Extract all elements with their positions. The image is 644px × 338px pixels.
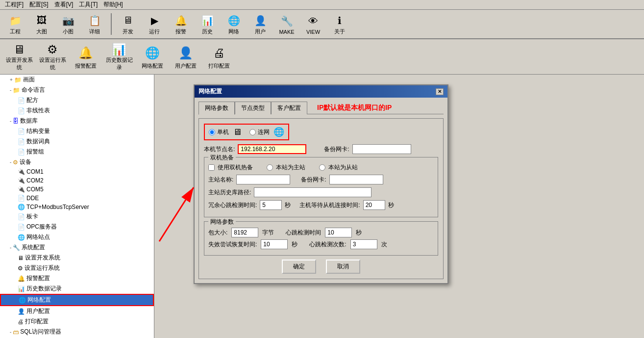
menu-item-config[interactable]: 配置[S] xyxy=(26,0,51,10)
project-icon: 📁 xyxy=(7,13,23,28)
toolbar-develop[interactable]: 🖥 开发 xyxy=(116,11,140,37)
sidebar-item-com2[interactable]: 🔌 COM2 xyxy=(0,176,154,185)
master-history-row: 主站历史库路径: xyxy=(208,187,434,197)
radio-networked[interactable]: 连网 🌐 xyxy=(249,127,284,137)
sidebar-item-sql[interactable]: - 🗃 SQL访问管理器 xyxy=(0,327,154,337)
toolbar2-history-data[interactable]: 📊 历史数据记录 xyxy=(104,41,134,73)
sidebar-item-set-dev-sys[interactable]: 🖥 设置开发系统 xyxy=(0,253,154,263)
radio-slave[interactable] xyxy=(319,164,325,171)
toolbar-detail[interactable]: 📋 详细 xyxy=(82,11,107,37)
folder-icon: 🗄 xyxy=(13,118,19,125)
radio-standalone-input[interactable] xyxy=(209,129,215,135)
menu-item-project[interactable]: 工程[F] xyxy=(2,0,26,10)
sidebar-item-screen[interactable]: + 📁 画面 xyxy=(0,75,154,85)
tab-content-network-params: 单机 🖥 连网 🌐 本机节点名: 备份网卡: xyxy=(198,118,444,279)
toolbar2-network-config[interactable]: 🌐 网络配置 xyxy=(137,41,168,73)
sidebar-item-sys-config[interactable]: - 🔧 系统配置 xyxy=(0,242,154,253)
radio-networked-input[interactable] xyxy=(249,129,256,135)
master-name-row: 主站名称: 备份网卡: xyxy=(208,175,434,184)
toolbar-view[interactable]: 👁 VIEW xyxy=(301,11,325,37)
sidebar-item-data-dict[interactable]: 📄 数据词典 xyxy=(0,136,154,147)
toolbar2-user-config[interactable]: 👤 用户配置 xyxy=(171,41,201,73)
menu-item-view[interactable]: 查看[V] xyxy=(51,0,76,10)
sidebar-item-print-config[interactable]: 🖨 打印配置 xyxy=(0,316,154,327)
dialog-buttons: 确定 取消 xyxy=(204,260,438,274)
sidebar-item-history-log[interactable]: 📊 历史数据记录 xyxy=(0,284,154,294)
print-config-icon: 🖨 xyxy=(210,44,228,62)
dialog-body: 网络参数 节点类型 客户配置 IP默认就是本机网口的IP 单机 🖥 xyxy=(195,98,447,283)
sidebar-item-opc[interactable]: 📄 OPC服务器 xyxy=(0,222,154,232)
sidebar-item-recipe[interactable]: 📄 配方 xyxy=(0,95,154,105)
toolbar2-print-config[interactable]: 🖨 打印配置 xyxy=(204,41,234,73)
redundancy-input[interactable] xyxy=(260,200,282,210)
dialog-close-button[interactable]: ✕ xyxy=(436,88,444,95)
toolbar2-set-run[interactable]: ⚙ 设置运行系统 xyxy=(37,41,68,73)
sidebar-item-user-config[interactable]: 👤 用户配置 xyxy=(0,306,154,316)
sidebar-item-dde[interactable]: 📄 DDE xyxy=(0,194,154,203)
history-icon: 📊 xyxy=(199,13,215,28)
bigview-icon: 🖼 xyxy=(34,13,50,28)
expand-icon: - xyxy=(10,87,11,93)
expand-icon: - xyxy=(10,245,11,250)
sidebar-item-nonlinear[interactable]: 📄 非线性表 xyxy=(0,105,154,116)
master-backup-nic-input[interactable] xyxy=(329,175,383,184)
local-node-input[interactable] xyxy=(238,144,306,154)
expand-icon: - xyxy=(10,159,11,165)
sidebar-item-tcp-modbus[interactable]: 🌐 TCP+ModbusTcpServer xyxy=(0,203,154,211)
toolbar-run[interactable]: ▶ 运行 xyxy=(142,11,167,37)
sidebar-item-com1[interactable]: 🔌 COM1 xyxy=(0,167,154,176)
about-icon: ℹ xyxy=(332,13,347,28)
toolbar-make[interactable]: 🔧 MAKE xyxy=(274,11,299,37)
master-name-label: 主站名称: xyxy=(208,176,233,184)
heartbeat-check-input[interactable] xyxy=(325,228,352,237)
toolbar2-set-dev[interactable]: 🖥 设置开发系统 xyxy=(4,41,34,73)
dual-hot-content: 使用双机热备 本站为主站 本站为从站 主站名称: xyxy=(208,163,434,210)
tab-network-params[interactable]: 网络参数 xyxy=(198,102,235,115)
set-run-icon: ⚙ xyxy=(43,43,62,56)
tab-node-type[interactable]: 节点类型 xyxy=(235,102,271,114)
packet-size-label: 包大小: xyxy=(208,229,227,237)
radio-master[interactable] xyxy=(267,164,273,171)
toolbar2-alarm-config[interactable]: 🔔 报警配置 xyxy=(71,41,101,73)
toolbar-smallview[interactable]: 📷 小图 xyxy=(56,11,80,37)
packet-size-input[interactable] xyxy=(231,228,258,237)
network-config-dialog: 网络配置 ✕ 网络参数 节点类型 客户配置 IP默认就是本机网口的IP xyxy=(194,84,448,284)
sidebar-item-net-config[interactable]: 🌐 网络配置 xyxy=(0,294,154,306)
folder-icon: ⚙ xyxy=(13,159,18,166)
dual-hot-title: 双机热备 xyxy=(208,154,236,162)
toolbar-about[interactable]: ℹ 关于 xyxy=(327,11,352,37)
cancel-button[interactable]: 取消 xyxy=(326,260,360,274)
heartbeat-count-input[interactable] xyxy=(350,239,377,249)
sidebar-item-alarm-config[interactable]: 🔔 报警配置 xyxy=(0,273,154,284)
alarm-config-icon: 🔔 xyxy=(76,44,95,62)
sidebar-item-card[interactable]: 📄 板卡 xyxy=(0,211,154,222)
use-dual-hot-checkbox[interactable] xyxy=(208,164,215,171)
sidebar-item-struct-var[interactable]: 📄 结构变量 xyxy=(0,126,154,136)
toolbar-history[interactable]: 📊 历史 xyxy=(195,11,220,37)
toolbar-project[interactable]: 📁 工程 xyxy=(3,11,27,37)
sidebar-item-devices[interactable]: - ⚙ 设备 xyxy=(0,157,154,167)
toolbar-user[interactable]: 👤 用户 xyxy=(248,11,272,37)
toolbar-alarm[interactable]: 🔔 报警 xyxy=(169,11,193,37)
toolbar-network[interactable]: 🌐 网络 xyxy=(222,11,246,37)
sidebar-item-com5[interactable]: 🔌 COM5 xyxy=(0,185,154,194)
master-name-input[interactable] xyxy=(236,175,290,184)
radio-standalone[interactable]: 单机 🖥 xyxy=(209,127,242,137)
toolbar-bigview[interactable]: 🖼 大图 xyxy=(29,11,54,37)
run-icon: ▶ xyxy=(147,13,162,28)
tab-client-config[interactable]: 客户配置 xyxy=(271,102,307,114)
sidebar-item-alarm-group[interactable]: 📄 报警组 xyxy=(0,147,154,157)
user-icon: 👤 xyxy=(252,13,268,28)
wait-input[interactable] xyxy=(363,200,385,210)
detail-icon: 📋 xyxy=(87,13,102,28)
ok-button[interactable]: 确定 xyxy=(282,260,316,274)
sidebar-item-db[interactable]: - 🗄 数据库 xyxy=(0,116,154,126)
menu-item-help[interactable]: 帮助[H] xyxy=(100,0,125,10)
sidebar-item-cmd[interactable]: - 📁 命令语言 xyxy=(0,85,154,95)
sidebar-item-network-node[interactable]: 🌐 网络站点 xyxy=(0,232,154,242)
retry-input[interactable] xyxy=(261,239,288,249)
sidebar-item-set-run-sys[interactable]: ⚙ 设置运行系统 xyxy=(0,263,154,273)
menu-item-tools[interactable]: 工具[T] xyxy=(76,0,100,10)
backup-nic-input[interactable] xyxy=(352,144,411,154)
master-history-input[interactable] xyxy=(254,187,372,197)
